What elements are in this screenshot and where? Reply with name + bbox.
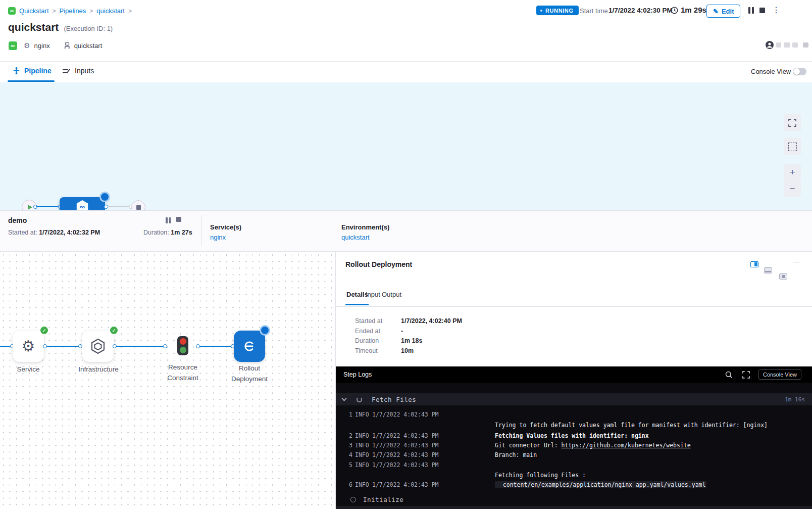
active-tab-underline	[8, 80, 55, 82]
chevron-down-icon	[341, 397, 347, 401]
step-running-spinner-icon	[260, 325, 270, 336]
detail-row: Timeout 10m	[355, 346, 414, 356]
step-tab-details[interactable]: Details	[346, 291, 368, 298]
connector-line	[199, 346, 232, 347]
marquee-select-icon	[788, 143, 797, 151]
stage-name: demo	[8, 216, 27, 224]
step-node-label: Resource Constraint	[158, 362, 208, 383]
layout-right-panel-button[interactable]	[750, 261, 758, 267]
detail-row: Ended at -	[355, 327, 403, 336]
edit-button[interactable]: ✎ Edit	[706, 5, 740, 18]
detail-row: Duration 1m 18s	[355, 336, 422, 346]
layout-float-fill	[782, 275, 785, 278]
log-section-initialize[interactable]: Initialize	[336, 493, 812, 506]
inputs-icon	[62, 67, 71, 75]
breadcrumb-separator	[49, 6, 60, 15]
traffic-light-red-icon	[180, 338, 186, 345]
breadcrumb-link-pipelines[interactable]: Pipelines	[60, 7, 86, 15]
more-options-button[interactable]: ⋮	[772, 7, 780, 14]
tab-bar: Pipeline Inputs Console View	[0, 61, 812, 83]
layout-floating-panel-button[interactable]	[779, 273, 787, 280]
rollout-swirl-icon	[241, 338, 258, 354]
step-tab-output[interactable]: Output	[382, 291, 401, 298]
environments-label: Environment(s)	[341, 223, 389, 231]
pause-execution-button[interactable]	[748, 7, 754, 14]
environment-link[interactable]: quickstart	[341, 234, 370, 241]
log-line: Trying to fetch default values yaml file…	[336, 420, 812, 430]
active-tab-underline	[345, 304, 369, 305]
connector-endpoint	[78, 344, 82, 348]
log-section-fetch-files[interactable]: Fetch Files 1m 16s	[336, 393, 812, 405]
step-logs-header: Step Logs Console View	[336, 366, 812, 383]
layout-right-fill	[754, 262, 757, 266]
log-fullscreen-icon[interactable]	[742, 371, 750, 379]
harness-logo-icon: ∞	[8, 7, 16, 15]
step-node-label: Rollout Deployment	[224, 363, 275, 384]
gear-icon: ⚙	[22, 339, 35, 354]
canvas-select-button[interactable]	[784, 138, 801, 155]
harness-logo-icon: ∞	[9, 41, 17, 50]
log-section-duration: 1m 16s	[785, 396, 805, 403]
log-line: 4INFO1/7/2022 4:02:43 PMBranch: main	[336, 450, 812, 460]
step-node-service[interactable]: ⚙	[13, 331, 44, 362]
execution-id: (Execution ID: 1)	[64, 25, 113, 32]
connector-line	[116, 346, 164, 347]
service-tag[interactable]: nginx	[34, 42, 50, 50]
redacted-text	[784, 42, 790, 48]
avatar-icon[interactable]	[766, 41, 774, 49]
stop-execution-button[interactable]	[759, 8, 765, 13]
canvas-fullscreen-button[interactable]	[784, 114, 801, 131]
pipeline-graph-canvas[interactable]: ∞ demo + −	[0, 82, 812, 211]
zoom-in-button[interactable]: +	[784, 164, 801, 180]
execution-graph-canvas[interactable]: ⚙ ✓ Service ✓ Infrastructure Resource Co…	[0, 252, 336, 509]
pencil-icon: ✎	[713, 8, 719, 15]
tag-row: ∞ ⚙ nginx quickstart	[9, 41, 102, 50]
log-footer-strip	[336, 506, 812, 509]
services-label: Service(s)	[210, 223, 241, 231]
log-search-icon[interactable]	[725, 371, 733, 379]
breadcrumb: ∞ Quickstart Pipelines quickstart	[8, 7, 135, 15]
log-line: 6INFO1/7/2022 4:02:43 PM - content/en/ex…	[336, 480, 812, 490]
start-time-value: 1/7/2022 4:02:30 PM	[608, 7, 673, 14]
redacted-text	[803, 42, 808, 48]
breadcrumb-link-quickstart[interactable]: Quickstart	[19, 7, 49, 15]
log-line: Fetching following Files :	[336, 470, 812, 480]
step-node-label: Service	[4, 364, 53, 375]
stage-duration: Duration: 1m 27s	[143, 229, 192, 236]
step-node-rollout-deployment[interactable]	[234, 331, 265, 362]
stage-stop-button[interactable]	[176, 217, 181, 222]
tab-inputs[interactable]: Inputs	[62, 67, 94, 75]
breadcrumb-separator	[86, 6, 96, 15]
elapsed-time: 1m 29s	[681, 6, 706, 14]
connector-line	[0, 346, 11, 347]
service-link[interactable]: nginx	[210, 234, 226, 241]
step-tab-input[interactable]: Input	[366, 291, 380, 298]
log-link[interactable]: https://github.com/kubernetes/website	[562, 442, 691, 449]
connector-line	[36, 206, 61, 207]
console-view-toggle[interactable]	[793, 68, 806, 75]
infrastructure-hexagon-icon	[90, 338, 106, 354]
layout-bottom-panel-button[interactable]	[764, 267, 772, 273]
step-node-resource-constraint[interactable]	[177, 336, 188, 355]
tab-pipeline[interactable]: Pipeline	[13, 67, 52, 75]
stop-icon	[136, 205, 141, 210]
zoom-out-button[interactable]: −	[784, 180, 801, 197]
environment-tag[interactable]: quickstart	[74, 42, 103, 50]
console-view-label: Console View	[751, 68, 791, 75]
log-section-title: Initialize	[363, 496, 403, 503]
stage-pause-button[interactable]	[166, 216, 172, 225]
breadcrumb-separator	[125, 6, 135, 15]
environment-rack-icon	[64, 42, 71, 49]
stage-details-bar: demo Started at: 1/7/2022, 4:02:32 PM Du…	[0, 210, 812, 252]
step-node-infrastructure[interactable]	[82, 331, 114, 362]
panel-minimize-button[interactable]: —	[793, 258, 800, 265]
play-icon	[28, 205, 32, 210]
app-window: ∞ Quickstart Pipelines quickstart RUNNIN…	[0, 0, 812, 509]
fullscreen-icon	[788, 119, 796, 127]
step-logs-title: Step Logs	[343, 371, 372, 378]
success-check-icon: ✓	[39, 326, 49, 335]
account-info	[766, 41, 808, 49]
breadcrumb-link-pipeline-name[interactable]: quickstart	[96, 7, 125, 15]
log-console-view-button[interactable]: Console View	[758, 369, 801, 380]
log-line: 1INFO1/7/2022 4:02:43 PM	[336, 409, 812, 420]
